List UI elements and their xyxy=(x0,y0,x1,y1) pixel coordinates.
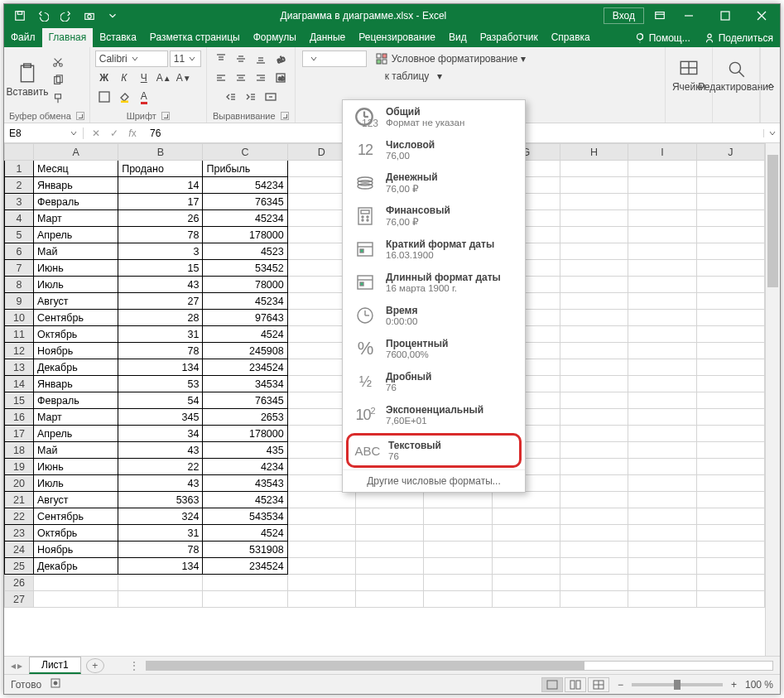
cut-icon[interactable] xyxy=(49,54,67,70)
cell[interactable] xyxy=(356,492,424,508)
cell[interactable] xyxy=(118,575,203,591)
fill-color-icon[interactable] xyxy=(115,89,133,105)
orientation-icon[interactable]: ab xyxy=(272,51,290,67)
ribbon-tab-справка[interactable]: Справка xyxy=(545,28,597,47)
align-bottom-icon[interactable] xyxy=(252,51,270,67)
cell[interactable] xyxy=(628,310,696,326)
cell[interactable]: Ноябрь xyxy=(33,343,118,359)
cell[interactable] xyxy=(287,542,355,558)
row-header[interactable]: 8 xyxy=(5,277,34,293)
cell[interactable] xyxy=(560,210,628,227)
cell[interactable] xyxy=(628,492,696,508)
cell[interactable] xyxy=(696,376,764,392)
cell[interactable] xyxy=(424,525,492,542)
row-header[interactable]: 20 xyxy=(5,475,34,492)
cell[interactable] xyxy=(628,161,696,177)
row-header[interactable]: 25 xyxy=(5,558,34,575)
font-launcher-icon[interactable] xyxy=(161,112,170,120)
cell[interactable] xyxy=(356,591,424,608)
cell[interactable] xyxy=(424,492,492,508)
row-header[interactable]: 24 xyxy=(5,542,34,558)
name-box[interactable]: E8 xyxy=(4,128,84,139)
cell[interactable] xyxy=(560,359,628,376)
select-all-corner[interactable] xyxy=(5,144,34,161)
cell[interactable] xyxy=(203,591,287,608)
cell[interactable]: Июль xyxy=(33,475,118,492)
cell[interactable]: 53452 xyxy=(203,260,287,277)
cell[interactable] xyxy=(696,525,764,542)
cell[interactable]: 43 xyxy=(118,277,203,293)
cell[interactable]: 76345 xyxy=(203,392,287,409)
login-button[interactable]: Вход xyxy=(604,7,644,24)
cell[interactable]: Октябрь xyxy=(33,326,118,343)
ribbon-tab-разметка страницы[interactable]: Разметка страницы xyxy=(143,28,247,47)
confirm-formula-icon[interactable]: ✓ xyxy=(107,128,122,139)
cell[interactable]: Прибыль xyxy=(203,161,287,177)
cell[interactable]: 97643 xyxy=(203,310,287,326)
cell[interactable] xyxy=(356,508,424,525)
ribbon-tab-рецензирование[interactable]: Рецензирование xyxy=(352,28,442,47)
row-header[interactable]: 14 xyxy=(5,376,34,392)
row-header[interactable]: 26 xyxy=(5,575,34,591)
cell[interactable] xyxy=(560,227,628,243)
cell[interactable] xyxy=(424,542,492,558)
cell[interactable] xyxy=(560,392,628,409)
cell[interactable]: Май xyxy=(33,442,118,459)
cell[interactable]: 4234 xyxy=(203,459,287,475)
cell[interactable] xyxy=(356,558,424,575)
cell[interactable] xyxy=(628,243,696,260)
row-header[interactable]: 18 xyxy=(5,442,34,459)
cell[interactable] xyxy=(696,310,764,326)
row-header[interactable]: 17 xyxy=(5,426,34,442)
zoom-level[interactable]: 100 % xyxy=(745,679,773,691)
row-header[interactable]: 23 xyxy=(5,525,34,542)
cell[interactable]: 134 xyxy=(118,558,203,575)
cell[interactable]: Сентябрь xyxy=(33,508,118,525)
column-header[interactable]: J xyxy=(696,144,764,161)
cell[interactable]: Февраль xyxy=(33,392,118,409)
cell[interactable]: 14 xyxy=(118,177,203,194)
cell[interactable] xyxy=(356,575,424,591)
cell[interactable]: Ноябрь xyxy=(33,542,118,558)
format-option-clock123[interactable]: 123ОбщийФормат не указан xyxy=(343,100,525,133)
cell[interactable]: 178000 xyxy=(203,426,287,442)
cell[interactable] xyxy=(696,542,764,558)
cell[interactable] xyxy=(696,591,764,608)
cell[interactable] xyxy=(696,492,764,508)
format-as-table-label[interactable]: к таблицу xyxy=(385,70,430,82)
cell[interactable]: Февраль xyxy=(33,194,118,210)
row-header[interactable]: 11 xyxy=(5,326,34,343)
cell[interactable] xyxy=(696,459,764,475)
cell[interactable] xyxy=(560,558,628,575)
cell[interactable] xyxy=(424,591,492,608)
cell[interactable] xyxy=(118,591,203,608)
cell[interactable] xyxy=(696,359,764,376)
row-header[interactable]: 16 xyxy=(5,409,34,426)
cell[interactable]: Апрель xyxy=(33,227,118,243)
cell[interactable] xyxy=(203,575,287,591)
decrease-indent-icon[interactable] xyxy=(222,89,240,105)
cell[interactable] xyxy=(492,508,560,525)
sheet-nav-next-icon[interactable]: ▸ xyxy=(17,660,22,672)
cell[interactable]: 134 xyxy=(118,359,203,376)
cell[interactable]: 45234 xyxy=(203,492,287,508)
cell[interactable] xyxy=(696,409,764,426)
cell[interactable] xyxy=(560,542,628,558)
cell[interactable]: 78 xyxy=(118,542,203,558)
cell[interactable] xyxy=(560,293,628,310)
row-header[interactable]: 22 xyxy=(5,508,34,525)
cell[interactable] xyxy=(560,492,628,508)
macro-record-icon[interactable] xyxy=(50,677,61,691)
cell[interactable] xyxy=(696,508,764,525)
cell[interactable]: Июль xyxy=(33,277,118,293)
cell[interactable] xyxy=(287,591,355,608)
cell[interactable]: Январь xyxy=(33,376,118,392)
row-header[interactable]: 3 xyxy=(5,194,34,210)
column-header[interactable]: B xyxy=(118,144,203,161)
align-top-icon[interactable] xyxy=(212,51,230,67)
cell[interactable]: Месяц xyxy=(33,161,118,177)
zoom-out-icon[interactable]: − xyxy=(618,679,623,691)
column-header[interactable]: C xyxy=(203,144,287,161)
cell[interactable]: 4524 xyxy=(203,326,287,343)
cell[interactable] xyxy=(628,260,696,277)
